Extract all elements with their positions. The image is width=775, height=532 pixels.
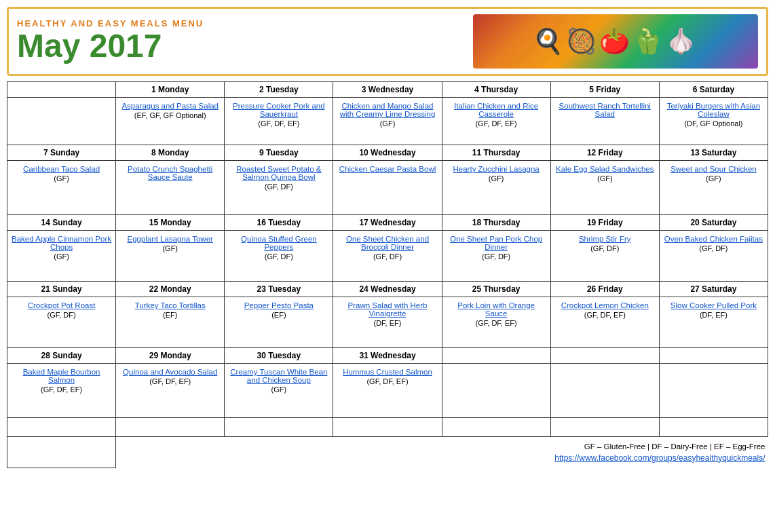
week4-sun-meal: Crockpot Pot Roast (GF, DF) [7, 297, 116, 348]
day-header-sun3: 14 Sunday [7, 215, 116, 231]
meal-link-w4-sat[interactable]: Slow Cooker Pulled Pork [663, 301, 764, 309]
day-header-mon3: 15 Monday [116, 215, 225, 231]
meal-tag-w4-sun: (GF, DF) [47, 311, 75, 319]
day-header-thu3: 18 Thursday [442, 215, 550, 231]
week1-wed-meal: Chicken and Mango Salad with Creamy Lime… [333, 98, 442, 145]
meal-link-w3-tue[interactable]: Quinoa Stuffed Green Peppers [228, 235, 329, 251]
day-header-tue4: 23 Tuesday [225, 282, 333, 297]
header-title: May 2017 [17, 28, 204, 64]
meal-tag-w4-fri: (GF, DF, EF) [584, 311, 626, 319]
meal-link-w3-fri[interactable]: Shrimp Stir Fry [554, 235, 656, 243]
week5-meals-row: Baked Maple Bourbon Salmon (GF, DF, EF) … [7, 364, 768, 418]
empty-header [7, 82, 116, 98]
meal-link-w3-thu[interactable]: One Sheet Pan Pork Chop Dinner [446, 235, 547, 251]
day-header-tue5: 30 Tuesday [225, 348, 333, 364]
meal-tag-w3-fri: (GF, DF) [590, 244, 619, 252]
week3-sat-meal: Oven Baked Chicken Fajitas (GF, DF) [659, 231, 768, 282]
day-header-mon4: 22 Monday [116, 282, 225, 297]
week2-header-row: 7 Sunday 8 Monday 9 Tuesday 10 Wednesday… [7, 145, 768, 161]
week1-thu-meal: Italian Chicken and Rice Casserole (GF, … [442, 98, 550, 145]
day-header-sat3: 20 Saturday [659, 215, 768, 231]
meal-tag-w4-mon: (EF) [163, 311, 177, 319]
meal-tag-w1-tue: (GF, DF, EF) [258, 119, 299, 128]
meal-tag-w1-mon: (EF, GF, GF Optional) [134, 111, 206, 119]
meal-link-w1-tue[interactable]: Pressure Cooker Pork and Sauerkraut [228, 102, 329, 118]
fb-link-wrapper: https://www.facebook.com/groups/easyheal… [337, 453, 765, 463]
meal-link-w5-wed[interactable]: Hummus Crusted Salmon [337, 368, 438, 376]
meal-tag-w5-mon: (GF, DF, EF) [149, 377, 191, 385]
day-header-sat1: 6 Saturday [659, 82, 768, 98]
week5-sun-meal: Baked Maple Bourbon Salmon (GF, DF, EF) [7, 364, 116, 418]
blank-cell-5 [442, 418, 550, 437]
meal-link-w4-tue[interactable]: Pepper Pesto Pasta [228, 301, 329, 309]
meal-link-w1-fri[interactable]: Southwest Ranch Tortellini Salad [554, 102, 656, 118]
blank-cell-1 [7, 418, 116, 437]
legend-text: GF – Gluten-Free | DF – Dairy-Free | EF … [337, 442, 765, 451]
day-header-mon5: 29 Monday [116, 348, 225, 364]
day-header-sun2: 7 Sunday [7, 145, 116, 161]
meal-link-w3-mon[interactable]: Eggplant Lasagna Tower [119, 235, 221, 243]
day-header-sun4: 21 Sunday [7, 282, 116, 297]
day-header-wed4: 24 Wednesday [333, 282, 442, 297]
meal-tag-w1-sat: (DF, GF Optional) [684, 119, 742, 128]
meal-link-w1-wed[interactable]: Chicken and Mango Salad with Creamy Lime… [337, 102, 438, 118]
meal-link-w2-thu[interactable]: Hearty Zucchini Lasagna [446, 165, 547, 173]
meal-tag-w3-sat: (GF, DF) [699, 244, 727, 252]
meal-link-w2-sun[interactable]: Caribbean Taco Salad [11, 165, 112, 173]
blank-row [7, 418, 768, 437]
meal-tag-w1-thu: (GF, DF, EF) [476, 119, 517, 128]
meal-link-w3-wed[interactable]: One Sheet Chicken and Broccoli Dinner [337, 235, 438, 251]
week3-wed-meal: One Sheet Chicken and Broccoli Dinner (G… [333, 231, 442, 282]
meal-link-w4-mon[interactable]: Turkey Taco Tortillas [119, 301, 221, 309]
footer-row: GF – Gluten-Free | DF – Dairy-Free | EF … [7, 437, 768, 468]
meal-link-w2-tue[interactable]: Roasted Sweet Potato & Salmon Quinoa Bow… [228, 165, 329, 181]
meal-tag-w4-tue: (EF) [271, 311, 286, 319]
week2-sat-meal: Sweet and Sour Chicken (GF) [659, 161, 768, 215]
meal-link-w4-thu[interactable]: Pork Loin with Orange Sauce [446, 301, 547, 318]
week3-meals-row: Baked Apple Cinnamon Pork Chops (GF) Egg… [7, 231, 768, 282]
header-box: Healthy and Easy Meals Menu May 2017 🍳🥘🍅… [7, 7, 768, 76]
meal-link-w5-mon[interactable]: Quinoa and Avocado Salad [119, 368, 221, 376]
week2-fri-meal: Kale Egg Salad Sandwiches (GF) [550, 161, 659, 215]
meal-tag-w3-mon: (GF) [162, 244, 178, 252]
week4-mon-meal: Turkey Taco Tortillas (EF) [116, 297, 225, 348]
week5-tue-meal: Creamy Tuscan White Bean and Chicken Sou… [225, 364, 333, 418]
meal-tag-w2-sat: (GF) [706, 174, 721, 183]
meal-link-w4-sun[interactable]: Crockpot Pot Roast [11, 301, 112, 309]
week4-thu-meal: Pork Loin with Orange Sauce (GF, DF, EF) [442, 297, 550, 348]
blank-cell-6 [550, 418, 659, 437]
meal-link-w3-sun[interactable]: Baked Apple Cinnamon Pork Chops [11, 235, 112, 251]
facebook-link[interactable]: https://www.facebook.com/groups/easyheal… [554, 453, 765, 463]
meal-tag-w3-wed: (GF, DF) [373, 252, 402, 261]
meal-link-w5-tue[interactable]: Creamy Tuscan White Bean and Chicken Sou… [228, 368, 329, 384]
meal-link-w5-sun[interactable]: Baked Maple Bourbon Salmon [11, 368, 112, 384]
meal-link-w1-thu[interactable]: Italian Chicken and Rice Casserole [446, 102, 547, 118]
week1-header-row: 1 Monday 2 Tuesday 3 Wednesday 4 Thursda… [7, 82, 768, 98]
week5-wed-meal: Hummus Crusted Salmon (GF, DF, EF) [333, 364, 442, 418]
week5-fri-empty [550, 364, 659, 418]
meal-tag-w2-tue: (GF, DF) [265, 183, 293, 191]
week4-wed-meal: Prawn Salad with Herb Vinaigrette (DF, E… [333, 297, 442, 348]
meal-tag-w2-fri: (GF) [597, 174, 613, 183]
meal-link-w2-mon[interactable]: Potato Crunch Spaghetti Sauce Saute [119, 165, 221, 181]
meal-link-w3-sat[interactable]: Oven Baked Chicken Fajitas [663, 235, 764, 243]
meal-link-w4-wed[interactable]: Prawn Salad with Herb Vinaigrette [337, 301, 438, 318]
week1-tue-meal: Pressure Cooker Pork and Sauerkraut (GF,… [225, 98, 333, 145]
footer-legend-cell: GF – Gluten-Free | DF – Dairy-Free | EF … [333, 437, 768, 468]
footer-empty-3 [225, 437, 333, 468]
meal-link-w2-fri[interactable]: Kale Egg Salad Sandwiches [554, 165, 656, 173]
meal-link-w1-sat[interactable]: Teriyaki Burgers with Asian Coleslaw [663, 102, 764, 118]
day-header-thu4: 25 Thursday [442, 282, 550, 297]
week1-sun-empty [7, 98, 116, 145]
meal-link-w2-wed[interactable]: Chicken Caesar Pasta Bowl [337, 165, 438, 173]
meal-link-w1-mon[interactable]: Asparagus and Pasta Salad [119, 102, 221, 110]
meal-tag-w4-sat: (DF, EF) [700, 311, 727, 319]
week3-header-row: 14 Sunday 15 Monday 16 Tuesday 17 Wednes… [7, 215, 768, 231]
week5-sat-empty [659, 364, 768, 418]
meal-link-w2-sat[interactable]: Sweet and Sour Chicken [663, 165, 764, 173]
meal-link-w4-fri[interactable]: Crockpot Lemon Chicken [554, 301, 656, 309]
week1-meals-row: Asparagus and Pasta Salad (EF, GF, GF Op… [7, 98, 768, 145]
week5-empty-sat [659, 348, 768, 364]
week4-sat-meal: Slow Cooker Pulled Pork (DF, EF) [659, 297, 768, 348]
day-header-wed1: 3 Wednesday [333, 82, 442, 98]
